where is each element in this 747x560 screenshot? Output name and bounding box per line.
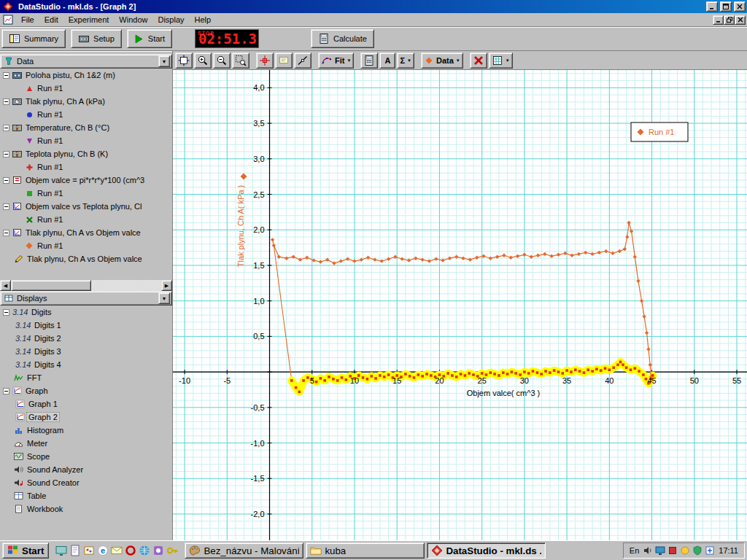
data-item[interactable]: Poloha pistu, Ch 1&2 (m) xyxy=(0,69,172,82)
close-button[interactable] xyxy=(734,1,746,12)
data-item[interactable]: Tlak plynu, Ch A vs Objem valce xyxy=(0,226,172,239)
data-menu-button[interactable]: Data▼ xyxy=(421,52,463,69)
fit-menu-button[interactable]: Fit▼ xyxy=(318,52,354,69)
data-panel-dropdown-button[interactable]: ▼ xyxy=(158,55,170,67)
series-0[interactable] xyxy=(274,246,292,381)
expand-toggle-icon[interactable] xyxy=(3,388,9,394)
run-item[interactable]: Run #1 xyxy=(0,108,172,121)
text-tool-button[interactable]: A xyxy=(379,52,395,69)
grid-settings-button[interactable]: ▼ xyxy=(489,52,513,69)
slope-tool-button[interactable] xyxy=(294,52,311,69)
expand-toggle-icon[interactable] xyxy=(3,177,9,184)
display-item[interactable]: Sound Creator xyxy=(0,476,172,489)
run-item[interactable]: Run #1 xyxy=(0,134,172,147)
statistics-button[interactable]: Σ▼ xyxy=(397,52,414,69)
menu-help[interactable]: Help xyxy=(190,14,217,26)
menu-edit[interactable]: Edit xyxy=(39,14,63,26)
child-close-button[interactable] xyxy=(735,15,746,25)
setup-button[interactable]: Setup xyxy=(71,29,122,48)
quicklaunch-icon-7[interactable] xyxy=(139,545,150,556)
zoom-in-button[interactable] xyxy=(194,52,212,69)
expand-toggle-icon[interactable] xyxy=(3,151,9,158)
language-indicator[interactable]: En xyxy=(630,546,639,555)
start-menu-button[interactable]: Start xyxy=(2,542,49,559)
quicklaunch-icon-6[interactable] xyxy=(125,545,136,556)
scrollbar-thumb[interactable] xyxy=(11,280,91,291)
smart-tool-button[interactable] xyxy=(256,52,274,69)
display-item[interactable]: Sound Analyzer xyxy=(0,463,172,476)
display-item[interactable]: Meter xyxy=(0,437,172,450)
run-item[interactable]: Run #1 xyxy=(0,160,172,174)
expand-toggle-icon[interactable] xyxy=(3,203,9,210)
display-item[interactable]: 3.14Digits 1 xyxy=(0,319,172,332)
minimize-button[interactable] xyxy=(706,1,718,12)
run-item[interactable]: Run #1 xyxy=(0,187,172,200)
run-item[interactable]: Run #1 xyxy=(0,239,172,252)
scroll-right-button[interactable]: ▶ xyxy=(161,280,172,291)
tray-icon-2[interactable] xyxy=(655,545,665,556)
tray-icon-5[interactable] xyxy=(692,545,703,556)
quicklaunch-icon-3[interactable] xyxy=(83,545,95,556)
display-item[interactable]: 3.14Digits 2 xyxy=(0,332,172,345)
expand-toggle-icon[interactable] xyxy=(3,98,9,105)
display-item[interactable]: 3.14Digits 4 xyxy=(0,358,172,371)
quicklaunch-icon-8[interactable] xyxy=(152,545,164,556)
summary-button[interactable]: Summary xyxy=(1,29,66,48)
display-item[interactable]: Graph 2 xyxy=(0,411,172,424)
quicklaunch-icon-5[interactable] xyxy=(111,545,123,556)
chart-plot[interactable]: -10-55101520253035404550554,03,53,02,52,… xyxy=(173,70,747,540)
series-2[interactable] xyxy=(271,221,653,379)
scale-to-fit-button[interactable] xyxy=(175,52,193,69)
data-item[interactable]: Tlak plynu, Ch A (kPa) xyxy=(0,95,172,108)
child-restore-button[interactable] xyxy=(724,15,735,25)
display-item[interactable]: Graph xyxy=(0,384,172,397)
display-item[interactable]: 3.14Digits xyxy=(0,306,172,319)
data-item[interactable]: Objem valce vs Teplota plynu, Cl xyxy=(0,200,172,213)
display-item[interactable]: Histogram xyxy=(0,424,172,437)
scroll-left-button[interactable]: ◀ xyxy=(0,280,11,291)
calculate-button[interactable]: Calculate xyxy=(311,29,374,48)
maximize-button[interactable] xyxy=(720,1,732,12)
note-tool-button[interactable] xyxy=(275,52,293,69)
data-tree-hscrollbar[interactable]: ◀ ▶ xyxy=(0,280,172,291)
run-item[interactable]: Run #1 xyxy=(0,213,172,226)
display-item[interactable]: Scope xyxy=(0,450,172,463)
display-item[interactable]: Graph 1 xyxy=(0,397,172,411)
child-minimize-button[interactable] xyxy=(713,15,724,25)
quicklaunch-icon-1[interactable] xyxy=(55,545,67,556)
expand-toggle-icon[interactable] xyxy=(3,72,9,79)
display-item[interactable]: FFT xyxy=(0,371,172,384)
calculator-button[interactable] xyxy=(360,52,378,69)
quicklaunch-icon-9[interactable] xyxy=(166,545,178,556)
quicklaunch-icon-2[interactable] xyxy=(69,545,81,556)
legend[interactable]: Run #1 xyxy=(631,122,688,141)
graph-canvas[interactable]: -10-55101520253035404550554,03,53,02,52,… xyxy=(173,70,747,540)
tray-icon-1[interactable] xyxy=(643,545,653,556)
tray-icon-3[interactable] xyxy=(667,545,678,556)
display-item[interactable]: Table xyxy=(0,489,172,502)
display-item[interactable]: 3.14Digits 3 xyxy=(0,345,172,358)
display-item[interactable]: Workbook xyxy=(0,502,172,516)
delete-button[interactable] xyxy=(470,52,487,69)
quicklaunch-icon-4[interactable]: e xyxy=(97,545,109,556)
expand-toggle-icon[interactable] xyxy=(3,125,9,131)
taskbar-task-paint[interactable]: Bez_názvu - Malování xyxy=(185,542,303,559)
scrollbar-track[interactable] xyxy=(11,280,161,291)
run-item[interactable]: Run #1 xyxy=(0,82,172,95)
data-item[interactable]: Tlak plynu, Ch A vs Objem valce xyxy=(0,252,172,265)
child-window-icon[interactable] xyxy=(3,15,13,25)
displays-panel-dropdown-button[interactable]: ▼ xyxy=(158,292,170,304)
menu-display[interactable]: Display xyxy=(152,14,189,26)
menu-window[interactable]: Window xyxy=(114,14,152,26)
zoom-out-button[interactable] xyxy=(213,52,231,69)
taskbar-task-folder[interactable]: kuba xyxy=(306,542,425,559)
menu-file[interactable]: File xyxy=(16,14,39,26)
tray-icon-6[interactable] xyxy=(705,545,715,556)
menu-experiment[interactable]: Experiment xyxy=(63,14,115,26)
expand-toggle-icon[interactable] xyxy=(3,309,9,316)
data-item[interactable]: Temperature, Ch B (°C) xyxy=(0,121,172,134)
taskbar-task-datastudio[interactable]: DataStudio - mkl.ds ... xyxy=(427,542,546,559)
data-item[interactable]: Teplota plynu, Ch B (K) xyxy=(0,147,172,160)
zoom-select-button[interactable] xyxy=(232,52,249,69)
tray-icon-4[interactable] xyxy=(680,545,690,556)
